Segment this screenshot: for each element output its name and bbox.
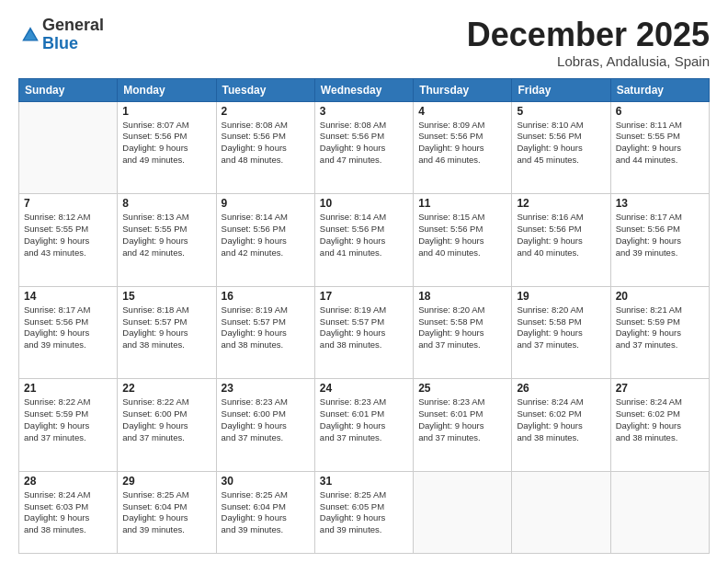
cell-line: Sunrise: 8:22 AM [122, 396, 210, 408]
day-number: 21 [24, 382, 112, 395]
weekday-header-cell: Tuesday [216, 78, 314, 101]
day-number: 17 [320, 290, 408, 303]
cell-line: Sunset: 5:59 PM [24, 408, 112, 420]
cell-line: Sunset: 5:57 PM [222, 316, 310, 328]
calendar-cell: 29Sunrise: 8:25 AMSunset: 6:04 PMDayligh… [118, 471, 216, 553]
logo-icon [20, 25, 40, 45]
cell-line: Daylight: 9 hours [320, 143, 408, 155]
calendar-week-row: 28Sunrise: 8:24 AMSunset: 6:03 PMDayligh… [19, 471, 710, 553]
cell-line: Daylight: 9 hours [24, 420, 112, 432]
cell-line: Daylight: 9 hours [616, 420, 704, 432]
cell-line: Sunrise: 8:11 AM [616, 120, 704, 132]
day-number: 28 [24, 475, 112, 488]
day-number: 11 [418, 197, 506, 210]
cell-line: Sunset: 5:55 PM [616, 131, 704, 143]
cell-line: Sunset: 6:00 PM [122, 408, 210, 420]
day-number: 6 [616, 105, 704, 118]
calendar-cell: 11Sunrise: 8:15 AMSunset: 5:56 PMDayligh… [414, 194, 512, 287]
cell-line: Sunset: 5:56 PM [222, 131, 310, 143]
calendar-cell: 9Sunrise: 8:14 AMSunset: 5:56 PMDaylight… [216, 194, 314, 287]
logo: General Blue [18, 17, 104, 53]
cell-line: and 45 minutes. [517, 155, 605, 167]
cell-line: Daylight: 9 hours [418, 143, 506, 155]
day-number: 18 [418, 290, 506, 303]
calendar-cell: 13Sunrise: 8:17 AMSunset: 5:56 PMDayligh… [610, 194, 709, 287]
cell-line: Daylight: 9 hours [122, 327, 210, 339]
calendar-cell: 24Sunrise: 8:23 AMSunset: 6:01 PMDayligh… [314, 379, 413, 472]
calendar-cell [414, 471, 512, 553]
day-number: 2 [222, 105, 310, 118]
cell-line: Sunrise: 8:23 AM [222, 396, 310, 408]
weekday-header-row: SundayMondayTuesdayWednesdayThursdayFrid… [19, 78, 710, 101]
cell-line: Daylight: 9 hours [517, 143, 605, 155]
month-title: December 2025 [467, 17, 710, 53]
day-number: 22 [122, 382, 210, 395]
cell-line: Daylight: 9 hours [24, 327, 112, 339]
cell-line: Sunrise: 8:24 AM [517, 396, 605, 408]
calendar-cell [512, 471, 610, 553]
day-number: 30 [222, 475, 310, 488]
cell-line: Sunrise: 8:08 AM [320, 120, 408, 132]
cell-line: and 41 minutes. [320, 247, 408, 259]
cell-line: Daylight: 9 hours [222, 327, 310, 339]
cell-line: and 38 minutes. [24, 524, 112, 536]
calendar-cell: 28Sunrise: 8:24 AMSunset: 6:03 PMDayligh… [19, 471, 118, 553]
cell-line: Daylight: 9 hours [122, 236, 210, 247]
calendar-cell [19, 101, 118, 194]
cell-line: Daylight: 9 hours [320, 420, 408, 432]
weekday-header-cell: Sunday [19, 78, 118, 101]
cell-line: Daylight: 9 hours [24, 512, 112, 524]
calendar-cell: 21Sunrise: 8:22 AMSunset: 5:59 PMDayligh… [19, 379, 118, 472]
day-number: 7 [24, 197, 112, 210]
cell-line: and 37 minutes. [517, 339, 605, 351]
cell-line: Sunset: 6:04 PM [222, 501, 310, 513]
location: Lobras, Andalusia, Spain [467, 53, 710, 69]
cell-line: Sunset: 5:56 PM [320, 131, 408, 143]
calendar-cell: 18Sunrise: 8:20 AMSunset: 5:58 PMDayligh… [414, 286, 512, 379]
cell-line: Daylight: 9 hours [418, 420, 506, 432]
cell-line: Sunrise: 8:24 AM [24, 489, 112, 501]
cell-line: Daylight: 9 hours [122, 420, 210, 432]
cell-line: Sunset: 5:56 PM [517, 224, 605, 236]
cell-line: and 39 minutes. [616, 247, 704, 259]
weekday-header-cell: Friday [512, 78, 610, 101]
cell-line: and 37 minutes. [418, 432, 506, 444]
day-number: 27 [616, 382, 704, 395]
day-number: 10 [320, 197, 408, 210]
cell-line: and 40 minutes. [517, 247, 605, 259]
cell-line: and 37 minutes. [222, 432, 310, 444]
calendar-cell: 2Sunrise: 8:08 AMSunset: 5:56 PMDaylight… [216, 101, 314, 194]
day-number: 31 [320, 475, 408, 488]
cell-line: Daylight: 9 hours [616, 327, 704, 339]
cell-line: Sunrise: 8:20 AM [517, 304, 605, 316]
calendar-cell: 17Sunrise: 8:19 AMSunset: 5:57 PMDayligh… [314, 286, 413, 379]
cell-line: Daylight: 9 hours [616, 143, 704, 155]
cell-line: Daylight: 9 hours [418, 327, 506, 339]
day-number: 23 [222, 382, 310, 395]
calendar-cell: 15Sunrise: 8:18 AMSunset: 5:57 PMDayligh… [118, 286, 216, 379]
cell-line: and 48 minutes. [222, 155, 310, 167]
calendar-cell: 3Sunrise: 8:08 AMSunset: 5:56 PMDaylight… [314, 101, 413, 194]
day-number: 20 [616, 290, 704, 303]
cell-line: Sunset: 5:56 PM [222, 224, 310, 236]
cell-line: and 39 minutes. [122, 524, 210, 536]
calendar-cell: 6Sunrise: 8:11 AMSunset: 5:55 PMDaylight… [610, 101, 709, 194]
cell-line: Sunrise: 8:22 AM [24, 396, 112, 408]
cell-line: Sunrise: 8:25 AM [122, 489, 210, 501]
cell-line: Sunset: 6:01 PM [320, 408, 408, 420]
calendar-cell: 5Sunrise: 8:10 AMSunset: 5:56 PMDaylight… [512, 101, 610, 194]
cell-line: and 37 minutes. [24, 432, 112, 444]
title-block: December 2025 Lobras, Andalusia, Spain [467, 17, 710, 69]
calendar-week-row: 1Sunrise: 8:07 AMSunset: 5:56 PMDaylight… [19, 101, 710, 194]
calendar-cell: 23Sunrise: 8:23 AMSunset: 6:00 PMDayligh… [216, 379, 314, 472]
day-number: 16 [222, 290, 310, 303]
calendar-cell: 25Sunrise: 8:23 AMSunset: 6:01 PMDayligh… [414, 379, 512, 472]
calendar-cell: 19Sunrise: 8:20 AMSunset: 5:58 PMDayligh… [512, 286, 610, 379]
calendar-cell: 1Sunrise: 8:07 AMSunset: 5:56 PMDaylight… [118, 101, 216, 194]
cell-line: Sunrise: 8:12 AM [24, 212, 112, 224]
calendar-cell: 31Sunrise: 8:25 AMSunset: 6:05 PMDayligh… [314, 471, 413, 553]
cell-line: and 39 minutes. [222, 524, 310, 536]
weekday-header-cell: Monday [118, 78, 216, 101]
cell-line: and 38 minutes. [517, 432, 605, 444]
cell-line: Sunset: 5:57 PM [122, 316, 210, 328]
